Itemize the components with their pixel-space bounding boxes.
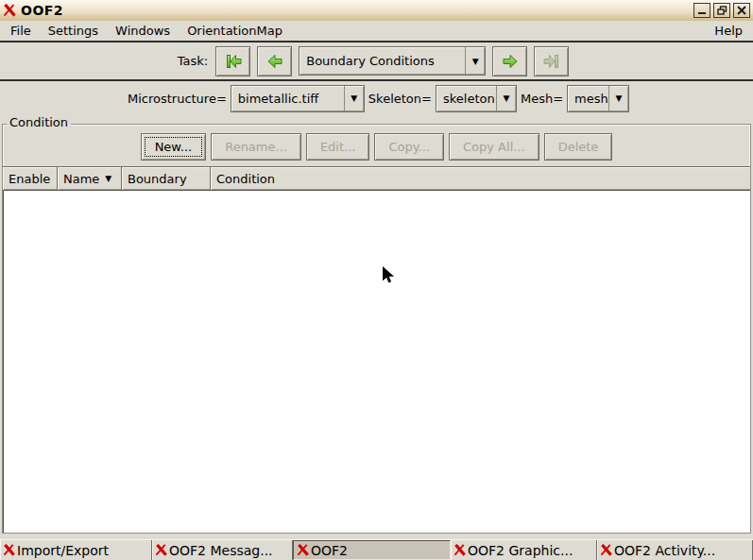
close-button[interactable] xyxy=(733,3,750,18)
minimize-icon xyxy=(697,6,707,15)
x11-logo-icon xyxy=(3,4,17,17)
task-navigation-row: Task: Boundary Conditions ▼ xyxy=(0,42,753,81)
next-arrow-icon xyxy=(500,52,521,71)
menu-help[interactable]: Help xyxy=(706,21,751,41)
taskbar-item-import-export[interactable]: Import/Export xyxy=(0,540,152,560)
mesh-select[interactable]: mesh ▼ xyxy=(567,85,629,112)
next-task-button[interactable] xyxy=(492,46,527,76)
chevron-down-icon: ▼ xyxy=(465,47,485,75)
skeleton-label: Skeleton= xyxy=(368,92,432,106)
main-panel: Condition New... Rename... Edit... Copy.… xyxy=(0,115,753,539)
menu-orientationmap[interactable]: OrientationMap xyxy=(179,21,291,41)
new-button[interactable]: New... xyxy=(141,133,207,161)
maximize-icon xyxy=(717,6,727,15)
desktop-taskbar: Import/Export OOF2 Messag... OOF2 OOF2 G… xyxy=(0,539,753,560)
skeleton-value: skeleton xyxy=(436,86,496,111)
copy-all-button: Copy All... xyxy=(449,133,539,161)
first-task-button[interactable] xyxy=(215,46,250,76)
microstructure-select[interactable]: bimetallic.tiff ▼ xyxy=(231,85,365,112)
x11-logo-icon xyxy=(454,544,467,556)
condition-frame-label: Condition xyxy=(7,115,71,129)
mesh-label: Mesh= xyxy=(521,92,563,106)
oof2-main-window: OOF2 File Settings Windows OrientationMa… xyxy=(0,0,753,560)
sort-descending-icon: ▼ xyxy=(105,174,111,183)
skip-to-last-arrow-icon xyxy=(541,52,562,71)
condition-button-row: New... Rename... Edit... Copy... Copy Al… xyxy=(3,133,750,161)
previous-task-button[interactable] xyxy=(257,46,292,76)
x11-logo-icon xyxy=(3,544,16,556)
chevron-down-icon: ▼ xyxy=(608,86,628,111)
skip-to-first-arrow-icon xyxy=(223,52,244,71)
condition-list[interactable] xyxy=(3,190,750,533)
chevron-down-icon: ▼ xyxy=(344,86,364,111)
column-header-enable[interactable]: Enable xyxy=(3,167,58,190)
delete-button: Delete xyxy=(544,133,613,161)
rename-button: Rename... xyxy=(211,133,301,161)
context-row: Microstructure= bimetallic.tiff ▼ Skelet… xyxy=(0,81,753,115)
microstructure-value: bimetallic.tiff xyxy=(231,86,344,111)
titlebar[interactable]: OOF2 xyxy=(0,0,753,21)
skeleton-select[interactable]: skeleton ▼ xyxy=(436,85,517,112)
menu-file[interactable]: File xyxy=(2,21,40,41)
copy-button: Copy... xyxy=(374,133,444,161)
taskbar-item-oof2-activity[interactable]: OOF2 Activity... xyxy=(597,540,753,560)
column-header-boundary[interactable]: Boundary xyxy=(122,167,211,190)
column-header-name[interactable]: Name ▼ xyxy=(58,167,122,190)
condition-table-header: Enable Name ▼ Boundary Condition xyxy=(3,166,750,190)
menu-settings[interactable]: Settings xyxy=(40,21,107,41)
condition-frame: Condition New... Rename... Edit... Copy.… xyxy=(2,124,751,534)
x11-logo-icon xyxy=(600,544,613,556)
edit-button: Edit... xyxy=(306,133,370,161)
x11-logo-icon xyxy=(297,544,310,556)
microstructure-label: Microstructure= xyxy=(128,92,227,106)
last-task-button xyxy=(534,46,569,76)
menubar: File Settings Windows OrientationMap Hel… xyxy=(0,21,753,42)
chevron-down-icon: ▼ xyxy=(496,86,516,111)
taskbar-item-oof2-graphics[interactable]: OOF2 Graphic... xyxy=(451,540,597,560)
window-title: OOF2 xyxy=(21,3,63,18)
menu-windows[interactable]: Windows xyxy=(107,21,179,41)
mesh-value: mesh xyxy=(568,86,608,111)
taskbar-item-oof2[interactable]: OOF2 xyxy=(293,540,451,560)
minimize-button[interactable] xyxy=(693,3,710,18)
task-label: Task: xyxy=(178,54,208,68)
task-select-value: Boundary Conditions xyxy=(299,47,465,75)
task-select[interactable]: Boundary Conditions ▼ xyxy=(299,46,486,76)
taskbar-item-oof2-messages[interactable]: OOF2 Messag... xyxy=(152,540,293,560)
maximize-button[interactable] xyxy=(713,3,730,18)
close-icon xyxy=(737,6,746,15)
column-header-condition[interactable]: Condition xyxy=(211,167,750,190)
previous-arrow-icon xyxy=(265,52,285,71)
x11-logo-icon xyxy=(155,544,168,556)
